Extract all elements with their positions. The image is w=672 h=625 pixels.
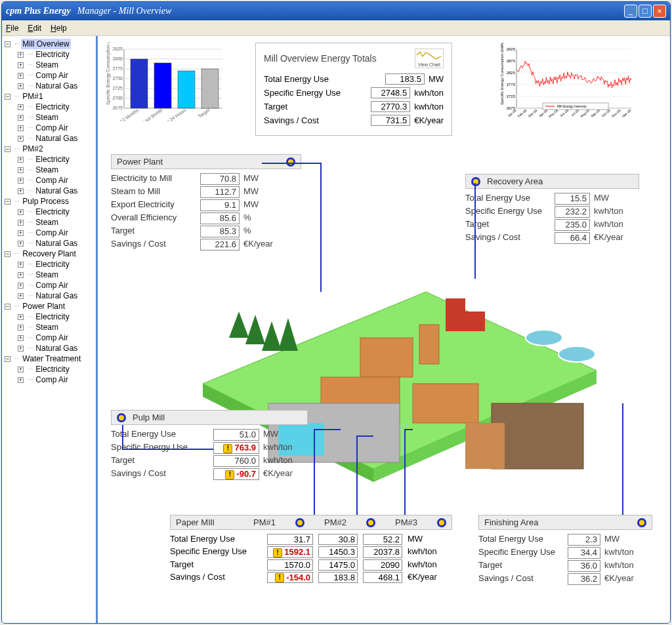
expand-icon[interactable]: + (18, 367, 24, 373)
pm-value: 1450.3 (318, 546, 358, 558)
expand-icon[interactable]: + (18, 157, 24, 163)
collapse-icon[interactable]: − (5, 304, 10, 310)
tree-node[interactable]: −···Mill Overview (2, 39, 96, 49)
expand-icon[interactable]: + (18, 377, 24, 383)
tree-node-child[interactable]: +···Natural Gas (15, 291, 96, 301)
kv-value: !-90.7 (213, 468, 259, 480)
tree-node-child[interactable]: +···Steam (15, 322, 96, 333)
collapse-icon[interactable]: − (5, 41, 10, 47)
expand-icon[interactable]: + (18, 335, 24, 341)
expand-icon[interactable]: + (18, 314, 24, 320)
tree-node-child[interactable]: +···Natural Gas (15, 133, 96, 144)
tree-node-child[interactable]: +···Comp Air (15, 280, 96, 291)
view-chart-button[interactable]: View Chart (415, 49, 444, 68)
tree-node-child[interactable]: +···Steam (15, 112, 96, 123)
menu-file[interactable]: File (6, 24, 18, 33)
expand-icon[interactable]: + (18, 62, 24, 68)
expand-icon[interactable]: + (18, 115, 24, 121)
tree-node[interactable]: −···Recovery Plant (2, 249, 96, 259)
summary-unit: kwh/ton (414, 102, 444, 111)
kv-unit: €K/year (594, 232, 633, 244)
kv-unit: kwh/ton (594, 219, 633, 231)
tree-node-child[interactable]: +···Comp Air (15, 175, 96, 186)
expand-icon[interactable]: + (18, 272, 24, 278)
expand-icon[interactable]: + (18, 104, 24, 110)
expand-icon[interactable]: + (18, 188, 24, 194)
tree-node-child[interactable]: +···Natural Gas (15, 81, 96, 91)
pm-label: Total Energy Use (170, 534, 262, 545)
expand-icon[interactable]: + (18, 325, 24, 331)
tree-node[interactable]: −···PM#1 (2, 91, 96, 102)
kv-unit: % (243, 226, 283, 237)
tree-node-child[interactable]: +···Electricity (15, 154, 96, 165)
collapse-icon[interactable]: − (5, 146, 10, 152)
tree-node-child[interactable]: +···Electricity (15, 364, 96, 374)
tree-node-child[interactable]: +···Comp Air (15, 228, 96, 238)
close-button[interactable]: × (653, 5, 666, 18)
svg-text:2675: 2675 (112, 106, 123, 110)
expand-icon[interactable]: + (18, 283, 24, 289)
expand-icon[interactable]: + (18, 178, 24, 184)
minimize-button[interactable]: _ (624, 5, 637, 18)
tree-node-child[interactable]: +···Comp Air (15, 123, 96, 133)
expand-icon[interactable]: + (18, 73, 24, 79)
collapse-icon[interactable]: − (5, 251, 10, 257)
expand-icon[interactable]: + (18, 125, 24, 131)
tree-node-child[interactable]: +···Natural Gas (15, 186, 96, 196)
svg-rect-19 (154, 63, 171, 108)
collapse-icon[interactable]: − (5, 356, 10, 362)
expand-icon[interactable]: + (18, 262, 24, 268)
expand-icon[interactable]: + (18, 230, 24, 236)
kv-label: Steam to Mill (111, 186, 196, 198)
expand-icon[interactable]: + (18, 346, 24, 352)
expand-icon[interactable]: + (18, 136, 24, 142)
tree-node-child[interactable]: +···Comp Air (15, 70, 96, 81)
menu-help[interactable]: Help (51, 24, 67, 33)
maximize-button[interactable]: □ (639, 5, 652, 18)
expand-icon[interactable]: + (18, 209, 24, 215)
tree-node-child[interactable]: +···Steam (15, 60, 96, 70)
menu-edit[interactable]: Edit (28, 24, 41, 33)
tree-node[interactable]: −···Pulp Process (2, 196, 96, 207)
tree-node-child[interactable]: +···Natural Gas (15, 238, 96, 249)
svg-rect-21 (178, 71, 195, 108)
kv-label: Savings / Cost (111, 468, 209, 480)
expand-icon[interactable]: + (18, 83, 24, 89)
expand-icon[interactable]: + (18, 293, 24, 299)
node-dot-icon (366, 518, 375, 527)
svg-rect-62 (413, 384, 478, 423)
svg-rect-64 (465, 312, 485, 331)
svg-rect-74 (465, 423, 505, 469)
tree-node-child[interactable]: +···Comp Air (15, 333, 96, 343)
pm-label: Specific Energy Use (170, 546, 262, 558)
tree-node-child[interactable]: +···Electricity (15, 259, 96, 270)
kv-unit: % (243, 212, 283, 224)
pm-value: 468.1 (363, 572, 402, 584)
svg-text:Mill Energy Intensity: Mill Energy Intensity (557, 104, 587, 108)
tree-node[interactable]: −···Power Plant (2, 301, 96, 312)
tree-node[interactable]: −···Water Treatment (2, 353, 96, 364)
tree-node-child[interactable]: +···Steam (15, 270, 96, 280)
tree-node-child[interactable]: +···Steam (15, 217, 96, 228)
expand-icon[interactable]: + (18, 52, 24, 58)
tree-node-child[interactable]: +···Steam (15, 165, 96, 175)
tree-node-child[interactable]: +···Electricity (15, 312, 96, 322)
tree-node-child[interactable]: +···Electricity (15, 207, 96, 217)
tree-node-child[interactable]: +···Electricity (15, 49, 96, 60)
tree-node-child[interactable]: +···Comp Air (15, 374, 96, 385)
svg-rect-23 (201, 69, 219, 108)
tree-node-child[interactable]: +···Electricity (15, 102, 96, 112)
expand-icon[interactable]: + (18, 220, 24, 226)
tree-node-child[interactable]: +···Natural Gas (15, 343, 96, 353)
tree-node[interactable]: −···PM#2 (2, 144, 96, 154)
pm-value: !1592.1 (267, 546, 313, 558)
kv-value: 34.4 (568, 547, 600, 559)
sidebar-tree[interactable]: −···Mill Overview+···Electricity+···Stea… (2, 36, 98, 623)
expand-icon[interactable]: + (18, 241, 24, 247)
svg-text:Target: Target (198, 108, 211, 119)
collapse-icon[interactable]: − (5, 199, 10, 205)
collapse-icon[interactable]: − (5, 94, 10, 100)
svg-text:Specific Energy Consumption (k: Specific Energy Consumption (kWh/ton) (106, 43, 111, 105)
expand-icon[interactable]: + (18, 167, 24, 173)
kv-label: Export Electricity (111, 199, 196, 211)
